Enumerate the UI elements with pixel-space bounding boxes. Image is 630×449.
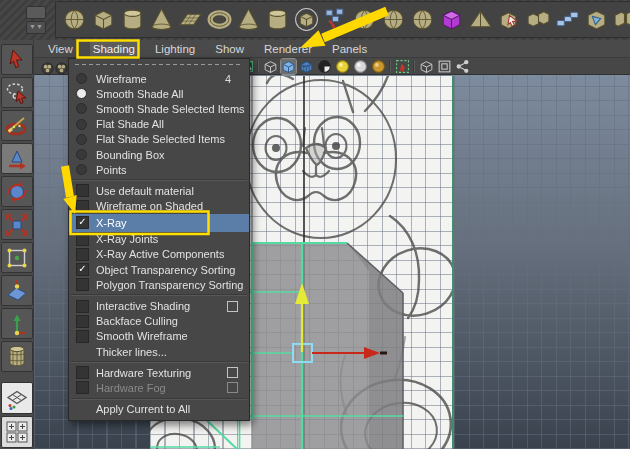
separate-meshes-icon[interactable]	[613, 7, 630, 32]
menu-item-polygon-transparency-sorting[interactable]: Polygon Transparency Sorting	[69, 277, 249, 292]
shelf-menu-button[interactable]	[26, 6, 46, 19]
camera-attrs-icon[interactable]	[40, 61, 51, 72]
radio-icon	[76, 103, 87, 114]
menu-item-bounding-box[interactable]: Bounding Box	[69, 147, 249, 162]
film-gate-icon[interactable]	[54, 61, 65, 72]
menu-shading[interactable]: Shading	[90, 42, 138, 56]
poly-sphere-icon[interactable]	[62, 7, 87, 32]
menu-item-smooth-shade-selected[interactable]: Smooth Shade Selected Items	[69, 101, 249, 116]
option-box-icon[interactable]	[227, 301, 238, 312]
scale-tool[interactable]	[1, 209, 33, 240]
option-box-icon[interactable]	[227, 367, 238, 378]
prism-tool-icon[interactable]	[468, 7, 493, 32]
menu-lighting[interactable]: Lighting	[152, 42, 198, 56]
menu-item-object-transparency-sorting[interactable]: ✓ Object Transparency Sorting	[69, 262, 249, 277]
shelf-icon-strip	[55, 1, 630, 38]
xray-display-icon[interactable]	[419, 59, 434, 74]
menu-view[interactable]: View	[45, 42, 76, 56]
menu-item-x-ray-active-components[interactable]: X-Ray Active Components	[69, 247, 249, 262]
rotate-tool[interactable]	[1, 176, 33, 207]
paint-select-tool[interactable]	[1, 110, 33, 141]
wireframe-display-icon[interactable]	[263, 59, 278, 74]
combine-meshes-icon[interactable]	[526, 7, 551, 32]
menu-tearoff-handle[interactable]	[75, 63, 243, 66]
layout-single-perspective[interactable]	[1, 382, 33, 414]
poly-cone-icon[interactable]	[149, 7, 174, 32]
menu-item-interactive-shading[interactable]: Interactive Shading	[69, 298, 249, 313]
menu-item-backface-culling[interactable]: Backface Culling	[69, 314, 249, 329]
menu-item-wireframe[interactable]: Wireframe4	[69, 71, 249, 86]
menu-renderer[interactable]: Renderer	[261, 42, 315, 56]
soft-modification-tool[interactable]	[1, 275, 33, 306]
layout-four-view[interactable]	[1, 416, 33, 448]
radio-icon	[76, 119, 87, 130]
sphere-add-icon[interactable]	[410, 7, 435, 32]
subdiv-proxy-icon[interactable]	[294, 7, 319, 32]
menu-item-x-ray-joints[interactable]: X-Ray Joints	[69, 232, 249, 247]
isolate-select-icon[interactable]	[437, 59, 452, 74]
menu-item-points[interactable]: Points	[69, 162, 249, 177]
sphere-tool-icon[interactable]	[381, 7, 406, 32]
smooth-sphere-icon[interactable]	[352, 7, 377, 32]
select-faces-icon[interactable]	[497, 7, 522, 32]
polygons-shelf: ▼▼	[0, 0, 630, 40]
radio-icon	[76, 134, 87, 145]
textured-display-icon[interactable]	[299, 59, 314, 74]
toolbar-separator	[413, 60, 416, 72]
radio-icon	[76, 73, 87, 84]
checkbox-checked-icon: ✓	[76, 216, 89, 229]
poly-plane-icon[interactable]	[178, 7, 203, 32]
xray-cube[interactable]	[252, 243, 403, 449]
option-box-icon	[227, 382, 238, 393]
menu-item-apply-current-to-all[interactable]: Apply Current to All	[69, 402, 249, 417]
select-tool[interactable]	[1, 44, 33, 75]
universal-manipulator-tool[interactable]	[1, 242, 33, 273]
plugin-shapes-icon[interactable]	[455, 59, 470, 74]
maya-window: ▼▼ View Shading Lighting Show Renderer P…	[0, 0, 630, 449]
quad-chips-icon[interactable]	[555, 7, 580, 32]
checkbox-icon	[76, 381, 89, 394]
lasso-select-tool[interactable]	[1, 77, 33, 108]
no-lighting-icon[interactable]	[371, 59, 386, 74]
poly-cylinder-icon[interactable]	[120, 7, 145, 32]
poly-cube-icon[interactable]	[91, 7, 116, 32]
scatter-objects-icon[interactable]	[323, 7, 348, 32]
menu-separator	[71, 179, 247, 181]
poly-pipe-icon[interactable]	[265, 7, 290, 32]
use-all-lights-icon[interactable]	[317, 59, 332, 74]
checkbox-icon	[76, 233, 89, 246]
last-tool-used[interactable]	[1, 341, 33, 372]
menu-separator	[71, 398, 247, 400]
show-manipulator-tool[interactable]	[1, 308, 33, 339]
menu-item-hardware-texturing[interactable]: Hardware Texturing	[69, 365, 249, 380]
menu-item-flat-shade-selected[interactable]: Flat Shade Selected Items	[69, 132, 249, 147]
flat-lighting-icon[interactable]	[353, 59, 368, 74]
menu-item-wireframe-on-shaded[interactable]: Wireframe on Shaded	[69, 199, 249, 214]
move-tool[interactable]	[1, 143, 33, 174]
menu-item-flat-shade-all[interactable]: Flat Shade All	[69, 117, 249, 132]
menu-item-use-default-material[interactable]: Use default material	[69, 183, 249, 198]
shaded-display-icon[interactable]	[281, 59, 296, 74]
menu-item-thicker-lines[interactable]: Thicker lines...	[69, 344, 249, 359]
menu-item-smooth-wireframe[interactable]: Smooth Wireframe	[69, 329, 249, 344]
checkbox-icon	[76, 200, 89, 213]
uv-cube-icon[interactable]	[439, 7, 464, 32]
menu-item-smooth-shade-all[interactable]: Smooth Shade All	[69, 86, 249, 101]
checkbox-icon	[76, 315, 89, 328]
extrude-face-icon[interactable]	[584, 7, 609, 32]
default-lighting-icon[interactable]	[335, 59, 350, 74]
radio-icon	[76, 88, 87, 99]
checkbox-icon	[76, 330, 89, 343]
shelf-collapse-button[interactable]: ▼▼	[26, 21, 46, 34]
menu-show[interactable]: Show	[212, 42, 247, 56]
poly-cone-sharp-icon[interactable]	[236, 7, 261, 32]
menu-item-x-ray[interactable]: ✓ X-Ray	[69, 214, 249, 232]
checkbox-icon	[76, 248, 89, 261]
highlight-selection-icon[interactable]	[395, 59, 410, 74]
poly-torus-icon[interactable]	[207, 7, 232, 32]
menu-panels[interactable]: Panels	[329, 42, 370, 56]
menu-item-hardware-fog: Hardware Fog	[69, 380, 249, 395]
checkbox-checked-icon: ✓	[76, 263, 89, 276]
shelf-corner-buttons: ▼▼	[26, 6, 48, 34]
toolbar-separator	[389, 60, 392, 72]
